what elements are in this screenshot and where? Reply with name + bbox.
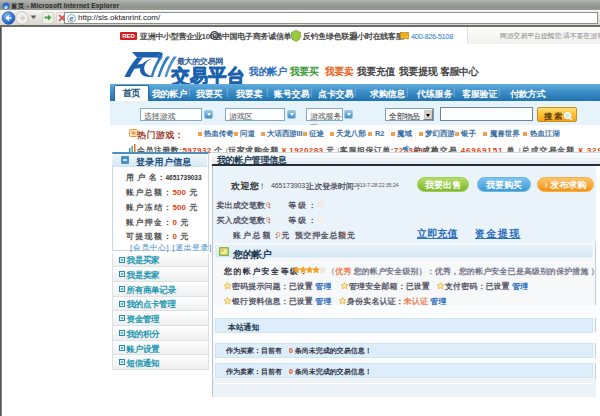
svg-text:C: C <box>212 32 217 39</box>
svg-text:e: e <box>70 15 74 22</box>
